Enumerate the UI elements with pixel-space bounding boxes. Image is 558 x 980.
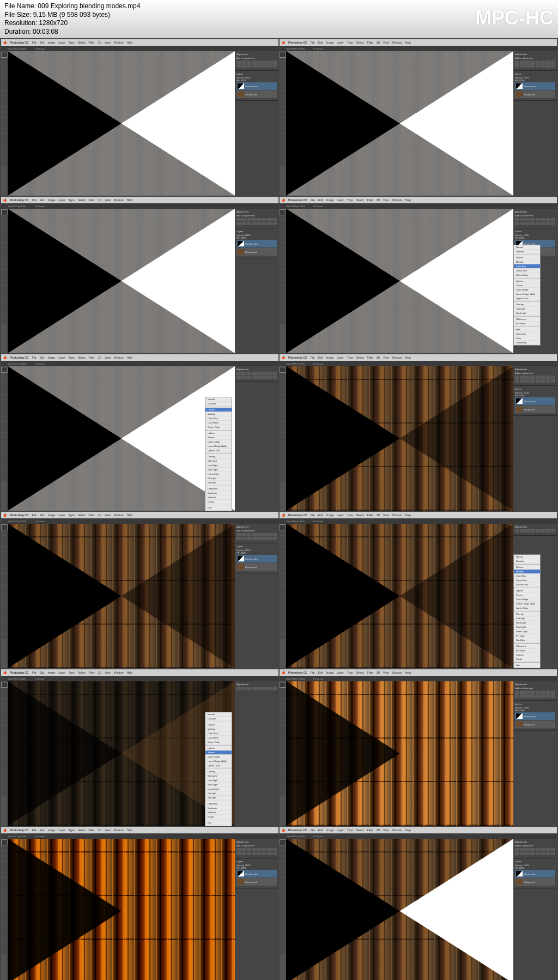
canvas[interactable] <box>8 524 235 668</box>
thumb-1: 🍎Photoshop CCFileEditImageLayerTypeSelec… <box>1 39 278 196</box>
thumb-9: 🍎Photoshop CCFileEditImageLayerTypeSelec… <box>1 669 278 826</box>
menubar[interactable]: 🍎Photoshop CCFileEditImageLayerTypeSelec… <box>280 669 557 676</box>
canvas[interactable] <box>286 681 513 826</box>
file-info: File Name: 009 Exploring blending modes.… <box>4 2 140 36</box>
app-logo: MPC-HC <box>475 7 554 29</box>
canvas[interactable] <box>286 366 513 511</box>
toolbar[interactable] <box>1 51 8 196</box>
right-panels[interactable]: AdjustmentsAdd an adjustment LayersOpaci… <box>513 681 557 826</box>
blend-mode-dropdown[interactable]: NormalDissolve DarkenMultiplyColor BurnL… <box>513 245 541 346</box>
right-panels[interactable]: AdjustmentsAdd an adjustment LayersOpaci… <box>235 839 278 980</box>
canvas[interactable] <box>8 839 235 980</box>
menubar[interactable]: 🍎Photoshop CCFileEditImageLayerTypeSelec… <box>280 827 557 833</box>
thumb-2: 🍎Photoshop CCFileEditImageLayerTypeSelec… <box>280 39 557 196</box>
toolbar[interactable] <box>1 839 8 980</box>
thumb-8: 🍎Photoshop CCFileEditImageLayerTypeSelec… <box>280 512 557 668</box>
thumb-7: 🍎Photoshop CCFileEditImageLayerTypeSelec… <box>1 512 278 668</box>
menubar[interactable]: 🍎Photoshop CCFileEditImageLayerTypeSelec… <box>1 39 278 46</box>
blend-mode-dropdown[interactable]: NormalDissolve DarkenMultiplyColor BurnL… <box>513 554 541 668</box>
toolbar[interactable] <box>280 366 286 511</box>
canvas[interactable] <box>8 209 235 353</box>
right-panels[interactable]: AdjustmentsAdd an adjustment LayersOpaci… <box>513 839 557 980</box>
thumb-5: 🍎Photoshop CCFileEditImageLayerTypeSelec… <box>1 354 278 511</box>
right-panels[interactable]: AdjustmentsAdd an adjustment LayersOpaci… <box>235 524 278 668</box>
menubar[interactable]: 🍎Photoshop CCFileEditImageLayerTypeSelec… <box>280 197 557 203</box>
thumb-12: 🍎Photoshop CCFileEditImageLayerTypeSelec… <box>280 827 557 980</box>
thumb-11: 🍎Photoshop CCFileEditImageLayerTypeSelec… <box>1 827 278 980</box>
menubar[interactable]: 🍎Photoshop CCFileEditImageLayerTypeSelec… <box>280 512 557 518</box>
tabbar[interactable]: Start.PSD @ 100%Fit Screen <box>280 203 557 209</box>
toolbar[interactable] <box>280 681 286 826</box>
menubar[interactable]: 🍎Photoshop CCFileEditImageLayerTypeSelec… <box>1 669 278 676</box>
blend-mode-dropdown[interactable]: NormalDissolve DarkenMultiplyColor BurnL… <box>205 397 232 511</box>
right-panels[interactable]: AdjustmentsAdd an adjustment LayersOpaci… <box>513 366 557 511</box>
file-size: File Size: 9,15 MB (9 598 093 bytes) <box>4 11 140 20</box>
right-panels[interactable]: Adjustments <box>235 681 278 826</box>
toolbar[interactable] <box>280 524 286 668</box>
tabbar[interactable]: Start.PSD @ 100%Fit Screen <box>1 203 278 209</box>
info-header: File Name: 009 Exploring blending modes.… <box>0 0 558 38</box>
toolbar[interactable] <box>1 524 8 668</box>
canvas[interactable] <box>286 51 513 196</box>
toolbar[interactable] <box>1 681 8 826</box>
canvas[interactable] <box>8 681 235 826</box>
tabbar[interactable]: Start.PSD @ 100%Fit Screen <box>1 833 278 839</box>
toolbar[interactable] <box>280 839 286 980</box>
thumb-4: 🍎Photoshop CCFileEditImageLayerTypeSelec… <box>280 197 557 353</box>
toolbar[interactable] <box>280 209 286 353</box>
thumbnail-grid: 🍎Photoshop CCFileEditImageLayerTypeSelec… <box>0 38 558 980</box>
canvas[interactable] <box>286 524 513 668</box>
canvas[interactable] <box>8 366 235 511</box>
canvas[interactable] <box>286 839 513 980</box>
tabbar[interactable]: Start.PSD @ 100%Fit Screen <box>280 46 557 51</box>
tabbar[interactable]: Start.PSD @ 100%Fit Screen <box>1 46 278 51</box>
tabbar[interactable]: Start.PSD @ 100%Fit Screen <box>280 833 557 839</box>
right-panels[interactable]: AdjustmentsAdd an adjustment LayersOpaci… <box>235 209 278 353</box>
resolution: Resolution: 1280x720 <box>4 19 140 28</box>
toolbar[interactable] <box>1 209 8 353</box>
tabbar[interactable]: Start.PSD @ 100%Fit Screen <box>280 676 557 681</box>
toolbar[interactable] <box>280 51 286 196</box>
right-panels[interactable]: AdjustmentsAdd an adjustment LayersOpaci… <box>235 51 278 196</box>
menubar[interactable]: 🍎Photoshop CCFileEditImageLayerTypeSelec… <box>280 354 557 361</box>
blend-mode-dropdown[interactable]: NormalDissolve DarkenMultiplyColor BurnL… <box>205 712 232 826</box>
file-name: File Name: 009 Exploring blending modes.… <box>4 2 140 11</box>
toolbar[interactable] <box>1 366 8 511</box>
tabbar[interactable]: Start.PSD @ 100%Fit Screen <box>1 676 278 681</box>
menubar[interactable]: 🍎Photoshop CCFileEditImageLayerTypeSelec… <box>1 512 278 518</box>
menubar[interactable]: 🍎Photoshop CCFileEditImageLayerTypeSelec… <box>1 354 278 361</box>
thumb-3: 🍎Photoshop CCFileEditImageLayerTypeSelec… <box>1 197 278 353</box>
menubar[interactable]: 🍎Photoshop CCFileEditImageLayerTypeSelec… <box>280 39 557 46</box>
right-panels[interactable]: Adjustments <box>235 366 278 511</box>
tabbar[interactable]: Start.PSD @ 100%Fit Screen <box>280 518 557 524</box>
tabbar[interactable]: Start.PSD @ 100%Fit Screen <box>280 361 557 366</box>
tabbar[interactable]: Start.PSD @ 100%Fit Screen <box>1 518 278 524</box>
menubar[interactable]: 🍎Photoshop CCFileEditImageLayerTypeSelec… <box>1 197 278 203</box>
right-panels[interactable]: AdjustmentsAdd an adjustment LayersOpaci… <box>513 51 557 196</box>
thumb-10: 🍎Photoshop CCFileEditImageLayerTypeSelec… <box>280 669 557 826</box>
canvas[interactable] <box>8 51 235 196</box>
duration: Duration: 00:03:08 <box>4 28 140 37</box>
canvas[interactable] <box>286 209 513 353</box>
thumb-6: 🍎Photoshop CCFileEditImageLayerTypeSelec… <box>280 354 557 511</box>
menubar[interactable]: 🍎Photoshop CCFileEditImageLayerTypeSelec… <box>1 827 278 833</box>
tabbar[interactable]: Start.PSD @ 100%Fit Screen <box>1 361 278 366</box>
